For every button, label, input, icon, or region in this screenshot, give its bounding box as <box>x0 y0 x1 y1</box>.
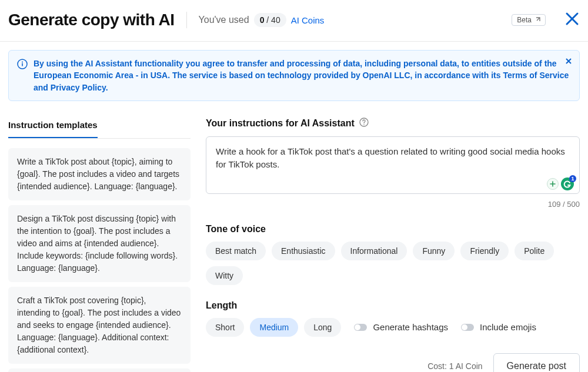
help-icon[interactable] <box>359 118 369 129</box>
close-icon <box>565 58 572 65</box>
cost-label: Cost: 1 AI Coin <box>427 361 482 371</box>
instructions-label: Your instructions for AI Assistant <box>206 118 355 129</box>
main-panel: Your instructions for AI Assistant 1 109… <box>206 109 580 372</box>
grammarly-badge: 1 <box>569 175 576 182</box>
toggle-hashtags-label: Generate hashtags <box>373 322 448 332</box>
generate-post-button[interactable]: Generate post <box>493 353 580 372</box>
usage-total: 40 <box>271 15 280 25</box>
ai-coins-link[interactable]: AI Coins <box>291 15 325 25</box>
textarea-addons: 1 <box>547 177 574 190</box>
usage-count: 0 / 40 <box>254 13 286 27</box>
tone-chip-informational[interactable]: Informational <box>341 242 407 260</box>
tone-chip-polite[interactable]: Polite <box>514 242 554 260</box>
svg-point-1 <box>22 62 23 63</box>
beta-label: Beta <box>517 16 532 24</box>
tone-chip-friendly[interactable]: Friendly <box>460 242 509 260</box>
external-link-icon <box>534 17 540 23</box>
usage-current: 0 <box>260 15 265 25</box>
length-chip-short[interactable]: Short <box>206 318 244 337</box>
length-chip-long[interactable]: Long <box>304 318 341 337</box>
length-chip-medium[interactable]: Medium <box>250 318 298 337</box>
template-item[interactable]: Write a TikTok post about {topic}, aimin… <box>8 148 191 200</box>
beta-badge[interactable]: Beta <box>512 14 546 26</box>
tone-chips: Best match Enthusiastic Informational Fu… <box>206 242 580 285</box>
tone-chip-witty[interactable]: Witty <box>206 266 243 285</box>
template-item[interactable]: Design a TikTok post discussing {topic}.… <box>8 368 191 372</box>
usage-label: You've used <box>199 15 249 25</box>
notice-close-button[interactable] <box>565 56 572 67</box>
usage-info: You've used 0 / 40 AI Coins <box>199 13 325 27</box>
tab-templates[interactable]: Instruction templates <box>8 109 98 138</box>
template-list: Write a TikTok post about {topic}, aimin… <box>8 148 191 372</box>
template-item[interactable]: Craft a TikTok post covering {topic}, in… <box>8 287 191 364</box>
svg-point-4 <box>363 124 365 125</box>
divider <box>186 12 187 28</box>
assistant-add-icon[interactable] <box>547 178 559 190</box>
usage-sep: / <box>266 15 269 25</box>
length-label: Length <box>206 300 580 311</box>
info-icon <box>17 59 28 72</box>
tone-chip-enthusiastic[interactable]: Enthusiastic <box>272 242 335 260</box>
tone-label: Tone of voice <box>206 224 580 234</box>
notice-text: By using the AI Assistant functionality … <box>34 58 571 93</box>
close-button[interactable] <box>564 11 580 29</box>
tone-chip-funny[interactable]: Funny <box>413 242 455 260</box>
grammarly-icon[interactable]: 1 <box>561 177 574 190</box>
toggle-emojis-label: Include emojis <box>480 322 536 332</box>
char-counter: 109 / 500 <box>206 200 580 209</box>
toggle-hashtags[interactable] <box>354 324 367 331</box>
info-notice: By using the AI Assistant functionality … <box>8 50 580 101</box>
sidebar: Instruction templates Write a TikTok pos… <box>8 109 191 372</box>
svg-rect-2 <box>22 63 23 66</box>
instructions-input[interactable] <box>206 136 580 194</box>
tone-chip-best-match[interactable]: Best match <box>206 242 266 260</box>
template-item[interactable]: Design a TikTok post discussing {topic} … <box>8 205 191 282</box>
page-title: Generate copy with AI <box>8 11 175 29</box>
toggle-emojis[interactable] <box>461 324 474 331</box>
close-icon <box>564 11 580 26</box>
